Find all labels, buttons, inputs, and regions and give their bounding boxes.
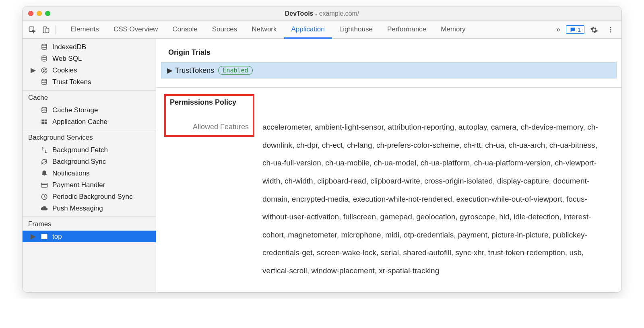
- svg-rect-17: [41, 122, 44, 124]
- sidebar-item-background-fetch[interactable]: ▶ Background Fetch: [23, 144, 156, 156]
- expand-caret-icon[interactable]: ▶: [167, 66, 173, 75]
- svg-rect-16: [45, 120, 47, 122]
- titlebar: DevTools - example.com/: [23, 6, 621, 21]
- svg-rect-2: [46, 28, 49, 33]
- svg-point-8: [41, 68, 47, 73]
- sidebar-item-label: Trust Tokens: [52, 78, 91, 86]
- sidebar-item-websql[interactable]: ▶ Web SQL: [23, 53, 156, 64]
- window-title: DevTools - example.com/: [27, 10, 617, 17]
- sidebar-item-label: Application Cache: [52, 118, 107, 126]
- window-title-prefix: DevTools -: [285, 10, 319, 17]
- database-icon: [40, 78, 48, 86]
- bell-icon: [40, 169, 48, 177]
- origin-trial-row[interactable]: ▶ TrustTokens Enabled: [161, 62, 617, 78]
- issues-badge[interactable]: 1: [566, 25, 584, 34]
- sidebar-item-notifications[interactable]: ▶ Notifications: [23, 167, 156, 179]
- tab-sources[interactable]: Sources: [205, 21, 244, 39]
- sidebar-item-cookies[interactable]: ▶ Cookies: [23, 64, 156, 76]
- content-area: ▶ IndexedDB ▶ Web SQL ▶ Cookies ▶ Trust …: [23, 39, 621, 292]
- sidebar-item-cache-storage[interactable]: ▶ Cache Storage: [23, 104, 156, 116]
- sidebar-item-label: Cache Storage: [52, 106, 98, 114]
- inspect-element-icon[interactable]: [27, 24, 38, 35]
- allowed-features-list: accelerometer, ambient-light-sensor, att…: [262, 94, 609, 280]
- sidebar-item-background-sync[interactable]: ▶ Background Sync: [23, 156, 156, 167]
- kebab-menu-icon[interactable]: [604, 26, 617, 33]
- window-title-url: example.com/: [319, 10, 359, 17]
- tab-elements[interactable]: Elements: [63, 21, 106, 39]
- panel-tabs: Elements CSS Overview Console Sources Ne…: [63, 21, 473, 38]
- cloud-icon: [40, 204, 48, 212]
- svg-point-3: [610, 27, 611, 28]
- svg-point-5: [610, 31, 611, 32]
- sidebar-item-label: IndexedDB: [52, 43, 86, 51]
- sidebar-item-label: Cookies: [52, 66, 77, 74]
- sidebar-item-trust-tokens[interactable]: ▶ Trust Tokens: [23, 76, 156, 88]
- expand-caret-icon[interactable]: ▶: [30, 232, 36, 241]
- svg-point-10: [45, 70, 45, 71]
- sidebar-item-label: Push Messaging: [52, 204, 103, 212]
- maximize-window-button[interactable]: [45, 11, 50, 16]
- sidebar-item-label: Background Fetch: [52, 146, 108, 154]
- grid-icon: [40, 118, 48, 126]
- svg-point-6: [42, 44, 47, 46]
- sidebar-item-label: Notifications: [52, 169, 90, 177]
- devtools-window: DevTools - example.com/ Elements CSS Ove…: [22, 6, 622, 293]
- sidebar-item-label: Payment Handler: [52, 181, 105, 189]
- svg-point-11: [43, 71, 44, 72]
- svg-point-7: [42, 56, 47, 58]
- fetch-icon: [40, 146, 48, 154]
- tab-memory[interactable]: Memory: [433, 21, 473, 39]
- database-icon: [40, 43, 48, 51]
- tab-lighthouse[interactable]: Lighthouse: [332, 21, 380, 39]
- device-toggle-icon[interactable]: [40, 24, 52, 35]
- svg-point-12: [45, 69, 46, 70]
- sidebar-item-periodic-sync[interactable]: ▶ Periodic Background Sync: [23, 191, 156, 202]
- svg-rect-19: [41, 183, 47, 187]
- tab-performance[interactable]: Performance: [380, 21, 433, 39]
- svg-point-9: [43, 69, 44, 70]
- sidebar-item-indexeddb[interactable]: ▶ IndexedDB: [23, 41, 156, 53]
- sidebar-item-label: Web SQL: [52, 55, 82, 63]
- card-icon: [40, 181, 48, 189]
- sidebar-section-frames: Frames: [23, 217, 156, 231]
- toolbar: Elements CSS Overview Console Sources Ne…: [23, 21, 621, 39]
- svg-point-4: [610, 29, 611, 30]
- minimize-window-button[interactable]: [37, 11, 42, 16]
- tab-css-overview[interactable]: CSS Overview: [106, 21, 165, 39]
- tab-application[interactable]: Application: [284, 21, 332, 39]
- svg-rect-15: [41, 120, 44, 122]
- sidebar-item-label: top: [52, 233, 62, 241]
- sidebar-section-cache: Cache: [23, 90, 156, 104]
- sidebar-item-frame-top[interactable]: ▶ top: [23, 231, 156, 242]
- svg-point-14: [42, 107, 47, 109]
- settings-gear-icon[interactable]: [587, 26, 601, 34]
- allowed-features-label: Allowed Features: [166, 123, 249, 131]
- permissions-policy-heading: Permissions Policy: [166, 98, 249, 107]
- main-panel: Origin Trials ▶ TrustTokens Enabled Perm…: [156, 39, 621, 292]
- highlight-box: Permissions Policy Allowed Features: [164, 94, 254, 137]
- svg-rect-18: [45, 122, 47, 124]
- tab-network[interactable]: Network: [244, 21, 284, 39]
- more-tabs-chevron-icon[interactable]: »: [553, 25, 564, 34]
- traffic-lights: [28, 11, 50, 16]
- trial-status-pill: Enabled: [218, 66, 252, 75]
- application-sidebar: ▶ IndexedDB ▶ Web SQL ▶ Cookies ▶ Trust …: [23, 39, 156, 292]
- cookie-icon: [40, 66, 48, 74]
- svg-rect-21: [41, 234, 47, 239]
- issues-count: 1: [578, 26, 581, 33]
- origin-trials-heading: Origin Trials: [156, 44, 621, 62]
- toolbar-divider: [56, 25, 56, 34]
- tab-console[interactable]: Console: [165, 21, 204, 39]
- database-icon: [40, 106, 48, 114]
- expand-caret-icon[interactable]: ▶: [30, 66, 36, 74]
- close-window-button[interactable]: [28, 11, 33, 16]
- trial-name: TrustTokens: [175, 66, 214, 75]
- sidebar-item-payment-handler[interactable]: ▶ Payment Handler: [23, 179, 156, 191]
- svg-point-13: [42, 79, 47, 81]
- sidebar-item-label: Background Sync: [52, 158, 106, 166]
- sidebar-item-push-messaging[interactable]: ▶ Push Messaging: [23, 202, 156, 214]
- database-icon: [40, 55, 48, 63]
- permissions-policy-block: Permissions Policy Allowed Features acce…: [156, 88, 621, 280]
- sidebar-section-bgservices: Background Services: [23, 130, 156, 144]
- sidebar-item-application-cache[interactable]: ▶ Application Cache: [23, 116, 156, 128]
